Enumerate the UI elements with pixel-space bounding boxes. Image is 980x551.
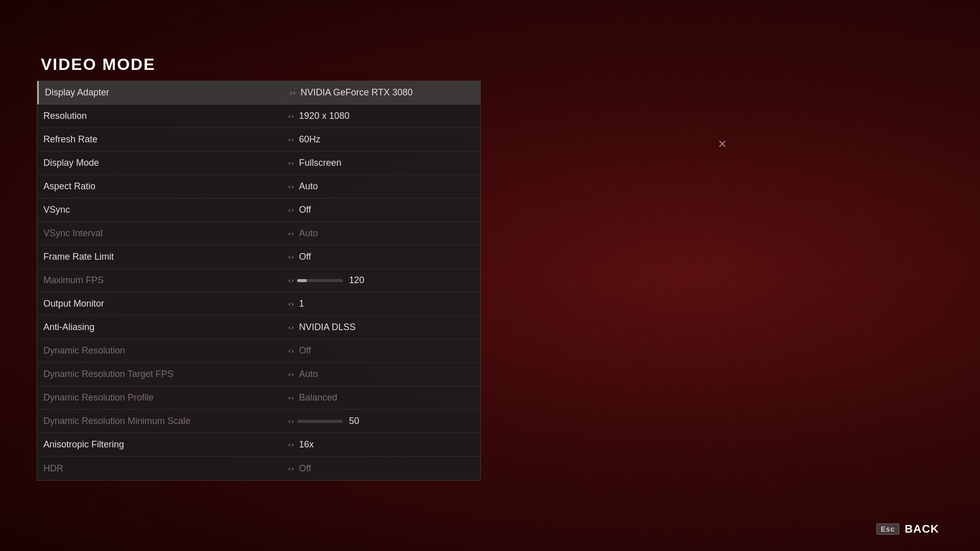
setting-control-dynamic-resolution-profile: ‹›Balanced — [288, 392, 337, 403]
arrow-right-dynamic-resolution-minimum-scale[interactable]: › — [291, 417, 293, 425]
slider-value-maximum-fps: 120 — [349, 275, 370, 286]
arrow-left-output-monitor[interactable]: ‹ — [288, 300, 290, 308]
setting-label-output-monitor: Output Monitor — [43, 298, 288, 309]
setting-value-anti-aliasing: NVIDIA DLSS — [299, 322, 356, 333]
arrows-anti-aliasing: ‹› — [288, 323, 294, 331]
arrow-right-hdr[interactable]: › — [291, 465, 293, 472]
setting-label-dynamic-resolution-minimum-scale: Dynamic Resolution Minimum Scale — [43, 416, 288, 427]
arrow-left-dynamic-resolution-minimum-scale[interactable]: ‹ — [288, 417, 290, 425]
setting-row-dynamic-resolution-profile[interactable]: Dynamic Resolution Profile‹›Balanced — [37, 386, 480, 410]
arrow-right-vsync-interval[interactable]: › — [291, 230, 293, 237]
arrow-right-anti-aliasing[interactable]: › — [291, 323, 293, 331]
setting-row-resolution[interactable]: Resolution‹›980 x 551 — [37, 105, 480, 128]
setting-row-output-monitor[interactable]: Output Monitor‹›1 — [37, 292, 480, 316]
arrows-dynamic-resolution-profile: ‹› — [288, 394, 294, 402]
arrow-left-hdr[interactable]: ‹ — [288, 465, 290, 472]
setting-label-frame-rate-limit: Frame Rate Limit — [43, 252, 288, 262]
setting-control-aspect-ratio: ‹›Auto — [288, 181, 318, 192]
arrow-left-display-adapter[interactable]: ‹ — [290, 89, 292, 96]
arrow-left-dynamic-resolution-target-fps[interactable]: ‹ — [288, 370, 290, 378]
arrows-aspect-ratio: ‹› — [288, 183, 294, 190]
setting-row-maximum-fps[interactable]: Maximum FPS‹›120 — [37, 269, 480, 292]
setting-value-vsync: Off — [299, 205, 311, 215]
arrow-left-dynamic-resolution[interactable]: ‹ — [288, 347, 290, 355]
slider-track-dynamic-resolution-minimum-scale[interactable] — [297, 420, 343, 423]
arrows-vsync-interval: ‹› — [288, 230, 294, 237]
arrows-dynamic-resolution-minimum-scale: ‹› — [288, 417, 294, 425]
arrow-left-vsync[interactable]: ‹ — [288, 206, 290, 214]
setting-row-refresh-rate[interactable]: Refresh Rate‹›60Hz — [37, 128, 480, 152]
arrow-left-anisotropic-filtering[interactable]: ‹ — [288, 441, 290, 448]
setting-value-dynamic-resolution-target-fps: Auto — [299, 369, 318, 380]
arrows-output-monitor: ‹› — [288, 300, 294, 308]
arrow-right-aspect-ratio[interactable]: › — [291, 183, 293, 190]
arrow-right-vsync[interactable]: › — [291, 206, 293, 214]
setting-row-display-adapter[interactable]: Display Adapter‹›NVIDIA GeForce RTX 3080 — [37, 81, 480, 105]
arrow-left-display-mode[interactable]: ‹ — [288, 159, 290, 167]
setting-control-vsync: ‹›Off — [288, 205, 311, 215]
arrow-right-resolution[interactable]: › — [291, 112, 293, 120]
setting-control-anti-aliasing: ‹›NVIDIA DLSS — [288, 322, 356, 333]
setting-row-dynamic-resolution[interactable]: Dynamic Resolution‹›Off — [37, 339, 480, 363]
setting-value-dynamic-resolution-profile: Balanced — [299, 392, 337, 403]
arrows-anisotropic-filtering: ‹› — [288, 441, 294, 448]
setting-row-frame-rate-limit[interactable]: Frame Rate Limit‹›Off — [37, 245, 480, 269]
setting-row-vsync[interactable]: VSync‹›Off — [37, 198, 480, 222]
setting-label-resolution: Resolution — [43, 111, 288, 121]
arrow-right-refresh-rate[interactable]: › — [291, 136, 293, 143]
arrows-resolution: ‹› — [288, 112, 294, 120]
setting-value-hdr: Off — [299, 463, 311, 474]
arrow-right-output-monitor[interactable]: › — [291, 300, 293, 308]
setting-label-display-mode: Display Mode — [43, 158, 288, 168]
setting-label-hdr: HDR — [43, 463, 288, 474]
setting-label-aspect-ratio: Aspect Ratio — [43, 181, 288, 192]
arrow-right-display-mode[interactable]: › — [291, 159, 293, 167]
setting-row-vsync-interval[interactable]: VSync Interval‹›Auto — [37, 222, 480, 245]
setting-value-refresh-rate: 60Hz — [299, 134, 321, 145]
setting-value-output-monitor: 1 — [299, 298, 304, 309]
arrow-right-anisotropic-filtering[interactable]: › — [291, 441, 293, 448]
arrow-right-dynamic-resolution-target-fps[interactable]: › — [291, 370, 293, 378]
setting-control-frame-rate-limit: ‹›Off — [288, 252, 311, 262]
setting-row-aspect-ratio[interactable]: Aspect Ratio‹›Auto — [37, 175, 480, 198]
setting-control-maximum-fps: ‹›120 — [288, 275, 370, 286]
arrow-right-dynamic-resolution-profile[interactable]: › — [291, 394, 293, 402]
setting-control-refresh-rate: ‹›60Hz — [288, 134, 321, 145]
setting-control-vsync-interval: ‹›Auto — [288, 228, 318, 239]
close-button[interactable]: ✕ — [715, 137, 730, 152]
setting-label-maximum-fps: Maximum FPS — [43, 275, 288, 286]
slider-container-maximum-fps: 120 — [297, 275, 370, 286]
setting-row-anti-aliasing[interactable]: Anti-Aliasing‹›NVIDIA DLSS — [37, 316, 480, 339]
slider-fill-maximum-fps — [297, 279, 307, 282]
arrow-left-dynamic-resolution-profile[interactable]: ‹ — [288, 394, 290, 402]
setting-label-vsync-interval: VSync Interval — [43, 228, 288, 239]
setting-control-dynamic-resolution-target-fps: ‹›Auto — [288, 369, 318, 380]
setting-row-dynamic-resolution-minimum-scale[interactable]: Dynamic Resolution Minimum Scale‹›50 — [37, 410, 480, 433]
arrow-left-vsync-interval[interactable]: ‹ — [288, 230, 290, 237]
setting-value-dynamic-resolution: Off — [299, 345, 311, 356]
setting-row-hdr[interactable]: HDR‹›Off — [37, 457, 480, 480]
arrows-display-adapter: ‹› — [290, 89, 296, 96]
arrow-left-refresh-rate[interactable]: ‹ — [288, 136, 290, 143]
setting-row-display-mode[interactable]: Display Mode‹›Fullscreen — [37, 152, 480, 175]
setting-label-dynamic-resolution-target-fps: Dynamic Resolution Target FPS — [43, 369, 288, 380]
arrow-left-anti-aliasing[interactable]: ‹ — [288, 323, 290, 331]
arrow-left-aspect-ratio[interactable]: ‹ — [288, 183, 290, 190]
slider-track-maximum-fps[interactable] — [297, 279, 343, 282]
setting-control-output-monitor: ‹›1 — [288, 298, 304, 309]
setting-row-anisotropic-filtering[interactable]: Anisotropic Filtering‹›16x — [37, 433, 480, 457]
page-title: VIDEO MODE — [41, 55, 155, 74]
setting-value-display-mode: Fullscreen — [299, 158, 341, 168]
arrow-left-maximum-fps[interactable]: ‹ — [288, 277, 290, 284]
arrows-maximum-fps: ‹› — [288, 277, 294, 284]
arrow-left-resolution[interactable]: ‹ — [288, 112, 290, 120]
arrow-left-frame-rate-limit[interactable]: ‹ — [288, 253, 290, 261]
arrow-right-dynamic-resolution[interactable]: › — [291, 347, 293, 355]
setting-control-dynamic-resolution: ‹›Off — [288, 345, 311, 356]
setting-label-vsync: VSync — [43, 205, 288, 215]
back-button[interactable]: Esc BACK — [876, 522, 939, 536]
arrow-right-display-adapter[interactable]: › — [293, 89, 295, 96]
arrow-right-maximum-fps[interactable]: › — [291, 277, 293, 284]
arrow-right-frame-rate-limit[interactable]: › — [291, 253, 293, 261]
setting-row-dynamic-resolution-target-fps[interactable]: Dynamic Resolution Target FPS‹›Auto — [37, 363, 480, 386]
